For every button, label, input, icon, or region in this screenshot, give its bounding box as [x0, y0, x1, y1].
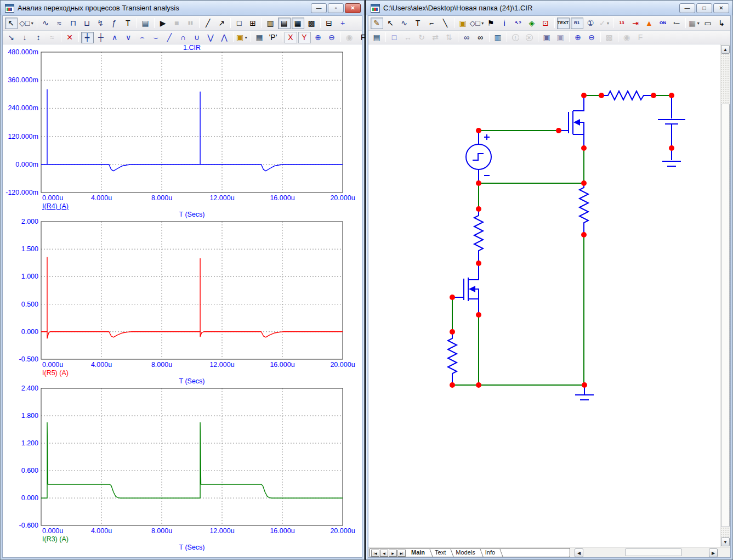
show-pin-state[interactable]: ON [657, 18, 669, 29]
minimize-button[interactable]: — [311, 3, 327, 13]
info-mode[interactable]: i [498, 18, 511, 29]
3d-view[interactable]: ◉ [621, 32, 633, 43]
waveform-probe[interactable]: ≈ [53, 18, 66, 29]
panel-columns[interactable]: ▩ [305, 18, 318, 29]
clear-errors[interactable]: ✕ [523, 32, 536, 43]
minimize-button[interactable]: — [679, 3, 695, 13]
scroll-right-button[interactable]: ▶ [709, 548, 718, 557]
rotate[interactable]: ↻ [416, 32, 428, 43]
peak[interactable]: ∧ [109, 32, 121, 43]
show-node-numbers[interactable]: ① [584, 18, 597, 29]
stop-button[interactable]: ■ [171, 18, 183, 29]
text-tool[interactable]: T [122, 18, 134, 29]
tab-text[interactable]: Text [430, 548, 451, 557]
maximize-button[interactable]: □ [696, 3, 712, 13]
numeric-output[interactable]: ▦ [253, 32, 266, 43]
find-in-wave[interactable]: ∞ [461, 32, 473, 43]
performance-windows[interactable]: 'P' [267, 32, 280, 43]
show-attribute-text[interactable]: R1 [571, 18, 583, 29]
design-info[interactable]: ▥ [492, 32, 504, 43]
3d-windows[interactable]: ◉ [343, 32, 356, 43]
line-tool[interactable]: ╱ [202, 18, 214, 29]
link-mode[interactable]: ◈ [526, 18, 538, 29]
high[interactable]: ⌢ [136, 32, 149, 43]
tab-info[interactable]: Info [480, 548, 500, 557]
trace-crosshair[interactable]: + [337, 18, 349, 29]
panel-grid[interactable]: ▦ [292, 18, 304, 29]
show-node-voltages[interactable]: ✓▼ [598, 18, 611, 29]
x-axis-scale[interactable]: X [285, 32, 297, 43]
flip-y[interactable]: ⇅ [443, 32, 456, 43]
restore-button[interactable]: ▫ [328, 3, 344, 13]
error-info[interactable]: ! [509, 32, 522, 43]
zoom-in[interactable]: ⊕ [572, 32, 584, 43]
grid-display[interactable]: ▦▼ [688, 18, 701, 29]
dc-probe[interactable]: ⊓ [67, 18, 79, 29]
border-display[interactable]: ▭ [702, 18, 714, 29]
tab-models[interactable]: Models [451, 548, 480, 557]
component-picker[interactable]: ◇□▼ [19, 18, 35, 29]
smooth-traces[interactable]: ≈ [46, 32, 59, 43]
low[interactable]: ⌣ [150, 32, 162, 43]
flag-mode[interactable]: ⚑ [485, 18, 497, 29]
go-to-performance[interactable]: ▣▼ [236, 32, 248, 43]
global-low[interactable]: ∪ [191, 32, 203, 43]
wire-mode[interactable]: ✎ [371, 18, 383, 29]
step-probe[interactable]: ⊔ [81, 18, 93, 29]
wire-ortho-mode[interactable]: ⌐ [425, 18, 438, 29]
find-component[interactable]: ▣ [457, 18, 469, 29]
bottom-envelope[interactable]: ⋁ [204, 32, 217, 43]
go-to-x[interactable]: ↘ [5, 32, 18, 43]
breakpoint-probe[interactable]: ↯ [94, 18, 107, 29]
select-tool[interactable]: ↖ [5, 18, 18, 29]
node-snap[interactable]: ⊡ [539, 18, 552, 29]
vertical-scroll-thumb[interactable] [721, 104, 730, 527]
select-tool[interactable]: ↖ [384, 18, 397, 29]
select-print-area[interactable]: ▩ [603, 32, 616, 43]
y-axis-scale[interactable]: Y [298, 32, 311, 43]
component-mode[interactable]: ∿ [398, 18, 411, 29]
panel-vertical[interactable]: ▥ [264, 18, 277, 29]
zoom-out[interactable]: ⊖ [586, 32, 598, 43]
function-probe[interactable]: ƒ [108, 18, 121, 29]
next-page-button[interactable]: ▶ [389, 550, 397, 557]
show-part-markers[interactable]: 13 [616, 18, 628, 29]
vertical-scrollbar[interactable]: ▲ ▼ [720, 44, 730, 547]
zoom-out[interactable]: ⊖ [326, 32, 338, 43]
stretch-mode[interactable]: ↔ [402, 32, 414, 43]
global-high[interactable]: ∩ [177, 32, 190, 43]
horizontal-scroll-thumb[interactable] [625, 548, 682, 556]
tab-main[interactable]: Main [406, 548, 430, 557]
first-page-button[interactable]: |◀ [371, 550, 379, 557]
help-mode[interactable]: ↖? [512, 18, 525, 29]
close-button[interactable]: ✕ [345, 3, 361, 13]
cursor-next[interactable]: ┼ [95, 32, 107, 43]
inflection[interactable]: ╱ [163, 32, 176, 43]
schematic-canvas[interactable] [368, 44, 720, 547]
show-grid-text[interactable]: TEXT [557, 18, 570, 29]
split-view[interactable]: ⊟ [323, 18, 336, 29]
last-page-button[interactable]: ▶| [397, 550, 406, 557]
run-button[interactable]: ▶ [157, 18, 169, 29]
text-mode[interactable]: T [412, 18, 424, 29]
show-current-arrows[interactable]: ⇥ [629, 18, 642, 29]
grid-region[interactable]: ⊞ [247, 18, 259, 29]
animate-probe[interactable]: ∿ [39, 18, 52, 29]
top-envelope[interactable]: ⋀ [218, 32, 231, 43]
find[interactable]: ∞ [474, 32, 487, 43]
cursor-mode[interactable]: ┿ [81, 32, 94, 43]
polyline-tool[interactable]: ↗ [215, 18, 228, 29]
prev-page-button[interactable]: ◀ [380, 550, 388, 557]
fourier[interactable]: F [634, 32, 647, 43]
panel-horizontal[interactable]: ▤ [278, 18, 291, 29]
valley[interactable]: ∨ [122, 32, 135, 43]
go-to-y[interactable]: ↓ [19, 32, 31, 43]
scroll-up-button[interactable]: ▲ [721, 45, 730, 54]
show-power[interactable]: ▲ [643, 18, 656, 29]
attributes[interactable]: ▤ [371, 32, 383, 43]
show-pin-connections[interactable]: •— [671, 18, 683, 29]
close-button[interactable]: ✕ [713, 3, 729, 13]
plot-area[interactable]: 480.000m360.000m240.000m120.000m0.000m-1… [3, 44, 359, 555]
zoom-in[interactable]: ⊕ [312, 32, 325, 43]
box-mode[interactable]: □ [388, 32, 401, 43]
